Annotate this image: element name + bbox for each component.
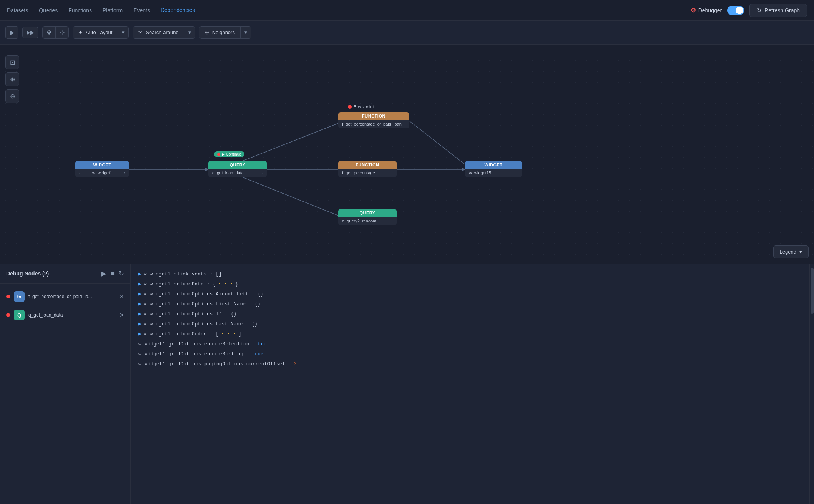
debugger-area: ⚙ Debugger ↻ Refresh Graph [691,4,807,17]
node-query-body: q_get_loan_data › [208,169,267,177]
nav-dependencies[interactable]: Dependencies [161,5,195,15]
nav-platform[interactable]: Platform [103,6,123,15]
auto-layout-button[interactable]: ✦ Auto Layout [73,27,118,38]
node-f-get-percentage-of-paid-loan[interactable]: Function f_get_percentage_of_paid_loan [338,112,409,128]
breakpoint-label: Breakpoint [354,104,374,109]
output-line-7: ▶ w_widget1.columnOrder : [ • • • ] [138,329,802,339]
continue-label: ▶ Continue [222,152,241,156]
output-val-8: true [257,339,269,349]
neighbors-button[interactable]: ⊕ Neighbors [199,27,241,38]
svg-line-4 [407,119,465,164]
debug-output[interactable]: ▶ w_widget1.clickEvents : [] ▶ w_widget1… [131,264,809,504]
zoom-in-button[interactable]: ⊕ [5,72,19,86]
output-line-10: w_widget1.gridOptions.pagingOptions.curr… [138,359,802,369]
search-around-label: Search around [146,30,178,35]
nav-events[interactable]: Events [133,6,150,15]
node-q-query2-random[interactable]: Query q_query2_random [338,209,397,225]
node-widget1-header: Widget [75,161,129,169]
debug-controls: ▶ ■ ↻ [101,269,124,278]
play-debug-button[interactable]: ▶ [101,269,106,278]
refresh-icon: ↻ [757,7,761,13]
continue-badge[interactable]: ▶ Continue [214,151,244,157]
debugger-text: Debugger [698,7,722,13]
output-key-6: w_widget1.columnOptions.Last Name : {} [144,319,257,329]
node-widget1-right-arrow[interactable]: › [124,171,125,175]
node-widget15-header: Widget [465,161,522,169]
fast-forward-button[interactable]: ▶▶ [22,27,38,38]
output-line-4: ▶ w_widget1.columnOptions.First Name : {… [138,299,802,309]
node-query-bottom-header: Query [338,209,397,217]
refresh-graph-button[interactable]: ↻ Refresh Graph [749,4,807,17]
node-w-widget15[interactable]: Widget w_widget15 [465,161,522,177]
move-tool-button[interactable]: ✥ [43,27,56,38]
node-widget1-left-arrow[interactable]: ‹ [79,171,81,175]
neighbors-split: ⊕ Neighbors ▾ [199,26,251,39]
search-around-dropdown[interactable]: ▾ [184,27,195,38]
expand-icon-1[interactable]: ▶ [138,269,141,279]
nav-queries[interactable]: Queries [39,6,58,15]
expand-icon-6[interactable]: ▶ [138,319,141,329]
output-val-9: true [252,349,264,359]
neighbors-icon: ⊕ [205,30,209,35]
debug-panel: Debug Nodes (2) ▶ ■ ↻ fx f_get_percentag… [0,264,814,504]
connections-svg [0,45,814,264]
expand-icon-4[interactable]: ▶ [138,299,141,309]
zoom-out-button[interactable]: ⊖ [5,89,19,103]
debug-item-fn-icon: fx [14,291,25,302]
debug-item-query-close[interactable]: ✕ [120,312,124,318]
auto-layout-split: ✦ Auto Layout ▾ [73,26,129,39]
node-fn-top-header: Function [338,112,409,120]
output-key-3: w_widget1.columnOptions.Amount Left : {} [144,289,264,299]
debug-item-fn[interactable]: fx f_get_percentage_of_paid_lo... ✕ [0,287,130,306]
debug-sidebar: Debug Nodes (2) ▶ ■ ↻ fx f_get_percentag… [0,264,131,504]
output-key-1: w_widget1.clickEvents : [] [144,269,222,279]
auto-layout-label: Auto Layout [86,30,112,35]
expand-icon-5[interactable]: ▶ [138,309,141,319]
play-button[interactable]: ▶ [5,26,18,39]
output-key-2: w_widget1.columnData : { [144,279,216,289]
nav-datasets[interactable]: Datasets [7,6,28,15]
nav-functions[interactable]: Functions [68,6,92,15]
canvas-controls: ⊡ ⊕ ⊖ [5,52,19,103]
neighbors-dropdown[interactable]: ▾ [241,27,251,38]
debug-title: Debug Nodes (2) [6,270,49,277]
output-close-7: ] [238,329,241,339]
node-widget1-body: ‹ w_widget1 › [75,169,129,177]
node-w-widget1[interactable]: Widget ‹ w_widget1 › [75,161,129,177]
output-key-5: w_widget1.columnOptions.ID : {} [144,309,237,319]
debugger-label: ⚙ Debugger [691,7,722,14]
debug-item-fn-close[interactable]: ✕ [120,293,124,300]
output-key-8: w_widget1.gridOptions.enableSelection : [138,339,255,349]
refresh-debug-button[interactable]: ↻ [118,269,124,278]
node-fn-mid-header: Function [338,161,397,169]
output-key-4: w_widget1.columnOptions.First Name : {} [144,299,261,309]
graph-canvas[interactable]: Breakpoint ▶ Continue Widget ‹ w_widget1… [0,45,814,264]
node-f-get-percentage[interactable]: Function f_get_percentage [338,161,397,177]
svg-line-3 [238,123,338,163]
node-widget1-label: w_widget1 [92,171,112,175]
output-dots-7: • • • [221,329,236,339]
output-line-6: ▶ w_widget1.columnOptions.Last Name : {} [138,319,802,329]
fit-view-button[interactable]: ⊡ [5,55,19,69]
select-tool-button[interactable]: ⊹ [56,27,68,38]
refresh-label: Refresh Graph [764,7,800,13]
node-q-get-loan-data[interactable]: Query q_get_loan_data › [208,161,267,177]
node-fn-mid-body: f_get_percentage [338,169,397,177]
debugger-toggle[interactable] [727,6,744,15]
legend-button[interactable]: Legend ▾ [773,245,809,258]
toggle-knob [736,7,743,14]
expand-icon-2[interactable]: ▶ [138,279,141,289]
output-key-10: w_widget1.gridOptions.pagingOptions.curr… [138,359,291,369]
scrollbar-track[interactable] [809,264,814,504]
stop-debug-button[interactable]: ■ [110,269,115,278]
node-fn-mid-label: f_get_percentage [342,171,375,175]
debug-item-query[interactable]: Q q_get_loan_data ✕ [0,306,130,324]
scrollbar-thumb[interactable] [811,268,814,314]
node-query-right-arrow[interactable]: › [261,171,263,175]
expand-icon-3[interactable]: ▶ [138,289,141,299]
output-line-1: ▶ w_widget1.clickEvents : [] [138,269,802,279]
expand-icon-7[interactable]: ▶ [138,329,141,339]
search-around-button[interactable]: ✂ Search around [133,27,184,38]
node-widget15-label: w_widget15 [469,171,491,175]
auto-layout-dropdown[interactable]: ▾ [118,27,128,38]
